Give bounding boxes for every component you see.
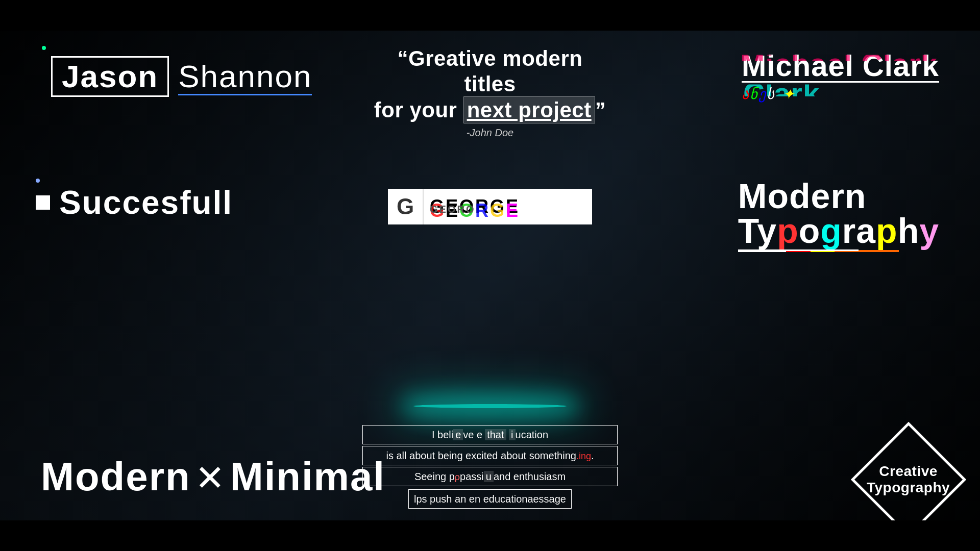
quote-text: “Greative modern titles for your next pr… bbox=[373, 46, 607, 123]
typography-text: Typography bbox=[738, 213, 939, 248]
text-line-3: Seeing pρpassiuand enthusiasm bbox=[362, 467, 618, 486]
michael-first: Michael bbox=[742, 49, 863, 82]
text-line-1: I believe e that iucation bbox=[362, 425, 618, 444]
jason-name: Jason bbox=[62, 59, 158, 94]
text-highlight-iucation: i bbox=[509, 429, 515, 440]
text-highlight-u: u bbox=[484, 471, 494, 482]
modern-text: Modern bbox=[41, 454, 191, 499]
modern-line1: Modern bbox=[738, 179, 939, 213]
text-line-2: is all about being excited about somethi… bbox=[362, 446, 618, 465]
corner-dot-succesfull bbox=[36, 179, 40, 183]
quote-author: -John Doe bbox=[373, 127, 607, 139]
shannon-name: Shannon bbox=[178, 61, 312, 92]
modern-typography-title: Modern Typography bbox=[738, 179, 939, 252]
george-subtext: GEORО bbox=[430, 204, 475, 215]
glitch-char-1: ა bbox=[742, 86, 750, 102]
glitch-essage: essage bbox=[533, 493, 567, 505]
succesfull-text: Succesfull bbox=[59, 184, 233, 221]
glitch-ing: .ing bbox=[576, 451, 591, 461]
text-highlight-1: e bbox=[453, 429, 463, 440]
michael-name: Michael Clark bbox=[742, 51, 939, 81]
succesfull-title: Succesfull bbox=[36, 184, 233, 221]
michael-clark-title: Michael Clark ანეს ✦ bbox=[742, 51, 939, 103]
text-line-4: lps push an en educationaessage bbox=[408, 489, 572, 509]
george-g-letter: G bbox=[397, 194, 414, 219]
diamond-line1: Creative bbox=[867, 463, 950, 480]
text-highlight-that: that bbox=[485, 429, 506, 440]
diamond-inner: Creative Typography bbox=[862, 458, 955, 501]
content-area: Jason Shannon “Greative modern titles fo… bbox=[0, 0, 980, 551]
glitch-char-5: ✦ bbox=[782, 86, 795, 102]
quote-close: ” bbox=[595, 98, 606, 122]
x-symbol: ✕ bbox=[195, 458, 226, 498]
square-bullet-icon bbox=[36, 195, 50, 210]
glitch-char-3: ე bbox=[758, 86, 767, 102]
modern-minimal-text: Modern✕Minimal bbox=[41, 454, 385, 499]
creative-typography: Creative Typography bbox=[868, 439, 949, 520]
jason-box: Jason bbox=[51, 56, 169, 97]
modern-line2: Typography bbox=[738, 213, 939, 248]
bottom-text-block: I believe e that iucation is all about b… bbox=[362, 423, 618, 510]
glitch-char-4: ს bbox=[767, 86, 775, 102]
corner-dot-tl bbox=[42, 46, 46, 50]
diamond-line2: Typography bbox=[867, 480, 950, 496]
george-name-wrapper: GEORGE GEORGE GEORО bbox=[424, 196, 592, 217]
michael-subtitle: ანეს ✦ bbox=[742, 86, 795, 103]
george-g-container: G bbox=[388, 189, 424, 224]
glitch-rho: ρ bbox=[455, 472, 460, 482]
george-box: G GEORGE GEORGE GEORО bbox=[388, 189, 592, 224]
center-quote: “Greative modern titles for your next pr… bbox=[373, 46, 607, 139]
bar-bottom bbox=[0, 520, 980, 551]
quote-line1: “Greative modern titles bbox=[398, 46, 583, 96]
quote-line2: for your bbox=[374, 98, 463, 122]
bar-top bbox=[0, 0, 980, 31]
glitch-char-2: ნ bbox=[750, 86, 758, 102]
quote-highlight: next project bbox=[463, 96, 595, 123]
modern-minimal-title: Modern✕Minimal bbox=[41, 454, 385, 500]
jason-shannon-title: Jason Shannon bbox=[51, 56, 312, 97]
michael-name-text: Michael Clark bbox=[742, 49, 939, 82]
michael-last: Clark bbox=[863, 49, 939, 82]
